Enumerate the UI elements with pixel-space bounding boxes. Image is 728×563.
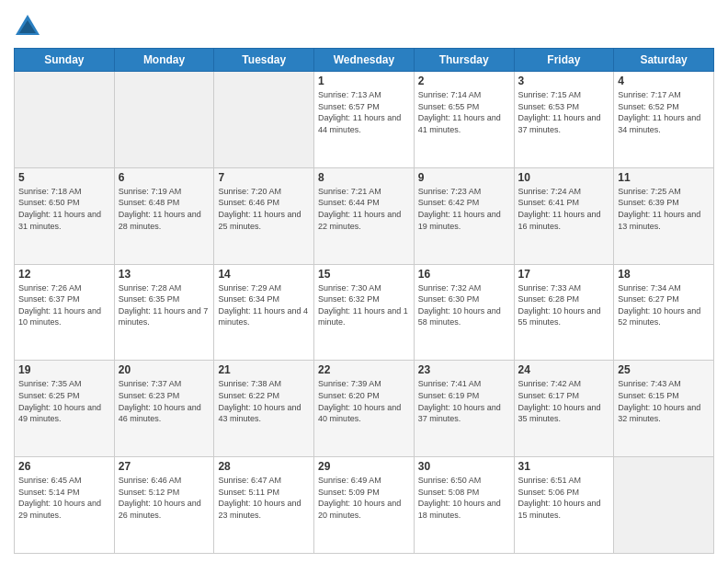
day-info: Sunrise: 7:43 AMSunset: 6:15 PMDaylight:…	[618, 378, 710, 424]
day-info: Sunrise: 6:50 AMSunset: 5:08 PMDaylight:…	[418, 475, 510, 521]
day-info: Sunrise: 7:13 AMSunset: 6:57 PMDaylight:…	[318, 89, 410, 135]
day-info: Sunrise: 7:37 AMSunset: 6:23 PMDaylight:…	[119, 378, 210, 424]
day-number: 11	[618, 171, 710, 184]
day-number: 30	[418, 460, 510, 473]
calendar-cell: 11Sunrise: 7:25 AMSunset: 6:39 PMDayligh…	[614, 167, 714, 264]
calendar-cell: 17Sunrise: 7:33 AMSunset: 6:28 PMDayligh…	[514, 264, 614, 361]
day-number: 2	[418, 75, 510, 87]
day-info: Sunrise: 7:30 AMSunset: 6:32 PMDaylight:…	[318, 282, 410, 328]
day-info: Sunrise: 7:34 AMSunset: 6:27 PMDaylight:…	[618, 282, 710, 328]
day-number: 21	[218, 363, 310, 376]
calendar-cell: 28Sunrise: 6:47 AMSunset: 5:11 PMDayligh…	[214, 457, 314, 554]
calendar-week-row: 19Sunrise: 7:35 AMSunset: 6:25 PMDayligh…	[15, 361, 714, 457]
day-number: 24	[518, 363, 610, 376]
calendar-cell: 10Sunrise: 7:24 AMSunset: 6:41 PMDayligh…	[514, 167, 614, 264]
logo	[14, 13, 45, 40]
day-info: Sunrise: 7:20 AMSunset: 6:46 PMDaylight:…	[218, 186, 310, 232]
calendar-cell: 13Sunrise: 7:28 AMSunset: 6:35 PMDayligh…	[114, 264, 214, 361]
calendar-week-row: 12Sunrise: 7:26 AMSunset: 6:37 PMDayligh…	[15, 264, 714, 361]
calendar-cell: 20Sunrise: 7:37 AMSunset: 6:23 PMDayligh…	[114, 361, 214, 457]
day-number: 18	[618, 268, 710, 281]
day-info: Sunrise: 6:51 AMSunset: 5:06 PMDaylight:…	[518, 475, 610, 521]
calendar-week-row: 5Sunrise: 7:18 AMSunset: 6:50 PMDaylight…	[15, 167, 714, 264]
day-info: Sunrise: 7:18 AMSunset: 6:50 PMDaylight:…	[18, 186, 110, 232]
day-number: 1	[318, 75, 410, 87]
day-info: Sunrise: 7:33 AMSunset: 6:28 PMDaylight:…	[518, 282, 610, 328]
calendar-cell: 30Sunrise: 6:50 AMSunset: 5:08 PMDayligh…	[414, 457, 514, 554]
day-number: 31	[518, 460, 610, 473]
day-number: 12	[18, 268, 110, 281]
day-info: Sunrise: 6:49 AMSunset: 5:09 PMDaylight:…	[318, 475, 410, 521]
day-info: Sunrise: 7:14 AMSunset: 6:55 PMDaylight:…	[418, 89, 510, 135]
day-number: 28	[218, 460, 310, 473]
calendar-table: SundayMondayTuesdayWednesdayThursdayFrid…	[14, 48, 714, 554]
weekday-header-sunday: Sunday	[15, 49, 115, 72]
day-number: 29	[318, 460, 410, 473]
calendar-cell: 14Sunrise: 7:29 AMSunset: 6:34 PMDayligh…	[214, 264, 314, 361]
day-info: Sunrise: 7:32 AMSunset: 6:30 PMDaylight:…	[418, 282, 510, 328]
day-number: 22	[318, 363, 410, 376]
calendar-cell: 7Sunrise: 7:20 AMSunset: 6:46 PMDaylight…	[214, 167, 314, 264]
day-number: 26	[18, 460, 110, 473]
calendar-cell: 24Sunrise: 7:42 AMSunset: 6:17 PMDayligh…	[514, 361, 614, 457]
calendar-cell: 31Sunrise: 6:51 AMSunset: 5:06 PMDayligh…	[514, 457, 614, 554]
calendar-cell: 15Sunrise: 7:30 AMSunset: 6:32 PMDayligh…	[314, 264, 415, 361]
weekday-header-friday: Friday	[514, 49, 614, 72]
calendar-week-row: 26Sunrise: 6:45 AMSunset: 5:14 PMDayligh…	[15, 457, 714, 554]
calendar-cell: 6Sunrise: 7:19 AMSunset: 6:48 PMDaylight…	[114, 167, 214, 264]
day-info: Sunrise: 6:47 AMSunset: 5:11 PMDaylight:…	[218, 475, 310, 521]
day-number: 23	[418, 363, 510, 376]
calendar-cell: 12Sunrise: 7:26 AMSunset: 6:37 PMDayligh…	[15, 264, 115, 361]
calendar-cell	[214, 72, 314, 168]
calendar-cell: 9Sunrise: 7:23 AMSunset: 6:42 PMDaylight…	[414, 167, 514, 264]
day-number: 9	[418, 171, 510, 184]
day-info: Sunrise: 7:26 AMSunset: 6:37 PMDaylight:…	[18, 282, 110, 328]
day-info: Sunrise: 6:45 AMSunset: 5:14 PMDaylight:…	[18, 475, 110, 521]
day-number: 14	[218, 268, 310, 281]
page: SundayMondayTuesdayWednesdayThursdayFrid…	[0, 0, 728, 563]
calendar-cell: 23Sunrise: 7:41 AMSunset: 6:19 PMDayligh…	[414, 361, 514, 457]
calendar-cell	[614, 457, 714, 554]
calendar-cell: 19Sunrise: 7:35 AMSunset: 6:25 PMDayligh…	[15, 361, 115, 457]
calendar-week-row: 1Sunrise: 7:13 AMSunset: 6:57 PMDaylight…	[15, 72, 714, 168]
day-info: Sunrise: 7:21 AMSunset: 6:44 PMDaylight:…	[318, 186, 410, 232]
weekday-header-saturday: Saturday	[614, 49, 714, 72]
day-info: Sunrise: 7:25 AMSunset: 6:39 PMDaylight:…	[618, 186, 710, 232]
day-info: Sunrise: 7:35 AMSunset: 6:25 PMDaylight:…	[18, 378, 110, 424]
day-info: Sunrise: 7:19 AMSunset: 6:48 PMDaylight:…	[119, 186, 210, 232]
weekday-header-wednesday: Wednesday	[314, 49, 415, 72]
day-info: Sunrise: 7:38 AMSunset: 6:22 PMDaylight:…	[218, 378, 310, 424]
day-info: Sunrise: 7:29 AMSunset: 6:34 PMDaylight:…	[218, 282, 310, 328]
calendar-cell: 27Sunrise: 6:46 AMSunset: 5:12 PMDayligh…	[114, 457, 214, 554]
day-info: Sunrise: 6:46 AMSunset: 5:12 PMDaylight:…	[119, 475, 210, 521]
calendar-cell: 1Sunrise: 7:13 AMSunset: 6:57 PMDaylight…	[314, 72, 415, 168]
calendar-cell: 2Sunrise: 7:14 AMSunset: 6:55 PMDaylight…	[414, 72, 514, 168]
calendar-cell	[114, 72, 214, 168]
day-info: Sunrise: 7:39 AMSunset: 6:20 PMDaylight:…	[318, 378, 410, 424]
calendar-cell: 4Sunrise: 7:17 AMSunset: 6:52 PMDaylight…	[614, 72, 714, 168]
logo-icon	[14, 13, 41, 40]
calendar-cell: 22Sunrise: 7:39 AMSunset: 6:20 PMDayligh…	[314, 361, 415, 457]
weekday-header-tuesday: Tuesday	[214, 49, 314, 72]
weekday-header-row: SundayMondayTuesdayWednesdayThursdayFrid…	[15, 49, 714, 72]
calendar-cell: 21Sunrise: 7:38 AMSunset: 6:22 PMDayligh…	[214, 361, 314, 457]
day-number: 15	[318, 268, 410, 281]
day-number: 6	[119, 171, 210, 184]
weekday-header-thursday: Thursday	[414, 49, 514, 72]
day-number: 19	[18, 363, 110, 376]
day-number: 10	[518, 171, 610, 184]
day-info: Sunrise: 7:41 AMSunset: 6:19 PMDaylight:…	[418, 378, 510, 424]
day-number: 8	[318, 171, 410, 184]
day-number: 7	[218, 171, 310, 184]
day-number: 16	[418, 268, 510, 281]
weekday-header-monday: Monday	[114, 49, 214, 72]
day-number: 25	[618, 363, 710, 376]
day-info: Sunrise: 7:15 AMSunset: 6:53 PMDaylight:…	[518, 89, 610, 135]
calendar-cell: 29Sunrise: 6:49 AMSunset: 5:09 PMDayligh…	[314, 457, 415, 554]
day-info: Sunrise: 7:24 AMSunset: 6:41 PMDaylight:…	[518, 186, 610, 232]
day-number: 13	[119, 268, 210, 281]
day-info: Sunrise: 7:23 AMSunset: 6:42 PMDaylight:…	[418, 186, 510, 232]
calendar-cell: 8Sunrise: 7:21 AMSunset: 6:44 PMDaylight…	[314, 167, 415, 264]
calendar-cell: 25Sunrise: 7:43 AMSunset: 6:15 PMDayligh…	[614, 361, 714, 457]
calendar-cell	[15, 72, 115, 168]
